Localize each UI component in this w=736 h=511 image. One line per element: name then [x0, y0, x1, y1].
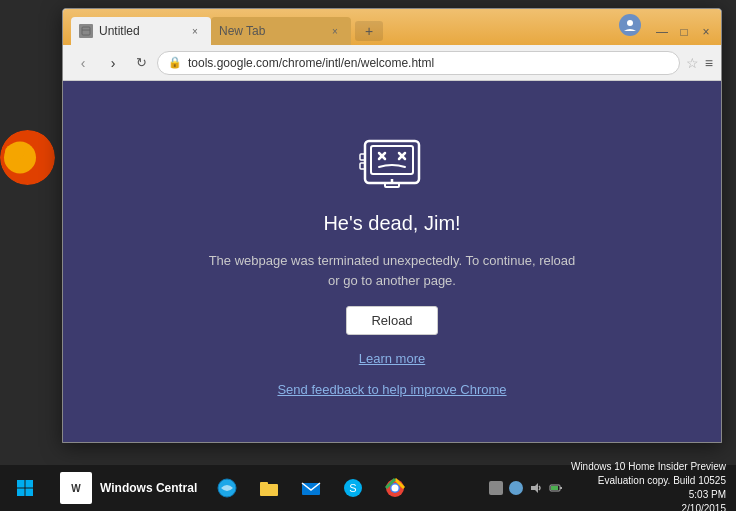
tab-newtab[interactable]: New Tab × — [211, 17, 351, 45]
new-tab-button[interactable]: + — [355, 21, 383, 41]
taskbar-app-skype[interactable]: S — [333, 468, 373, 508]
tab-close-untitled[interactable]: × — [187, 23, 203, 39]
tray-icon-1 — [489, 481, 503, 495]
taskbar-app-chrome[interactable] — [375, 468, 415, 508]
taskbar-right: Windows 10 Home Insider Preview Evaluati… — [489, 460, 736, 511]
browser-toolbar: ‹ › ↻ 🔒 tools.google.com/chrome/intl/en/… — [63, 45, 721, 81]
svg-rect-17 — [26, 480, 34, 488]
desktop: Untitled × New Tab × + — □ × ‹ — [0, 0, 736, 511]
tab-title-untitled: Untitled — [99, 24, 181, 38]
taskbar-system-info: Windows 10 Home Insider Preview Evaluati… — [571, 460, 726, 511]
address-lock-icon: 🔒 — [168, 56, 182, 69]
taskbar-app-mail[interactable] — [291, 468, 331, 508]
taskbar-apps: S — [207, 465, 489, 511]
brand-label: Windows Central — [100, 481, 197, 495]
tray-icon-network — [509, 481, 523, 495]
svg-rect-15 — [360, 163, 365, 169]
taskbar-app-ie[interactable] — [207, 468, 247, 508]
svg-rect-16 — [17, 480, 25, 488]
back-icon: ‹ — [81, 55, 86, 71]
taskbar: W Windows Central — [0, 465, 736, 511]
star-icon: ☆ — [686, 55, 699, 71]
maximize-button[interactable]: □ — [677, 25, 691, 39]
forward-icon: › — [111, 55, 116, 71]
taskbar-app-folder[interactable] — [249, 468, 289, 508]
tray-icon-volume — [529, 481, 543, 495]
taskbar-brand[interactable]: W Windows Central — [50, 472, 207, 504]
system-info-line1: Windows 10 Home Insider Preview — [571, 460, 726, 474]
bookmark-star-button[interactable]: ☆ — [686, 55, 699, 71]
svg-rect-32 — [560, 487, 562, 489]
svg-rect-12 — [385, 183, 399, 187]
taskbar-date: 2/10/2015 — [571, 502, 726, 511]
svg-text:S: S — [350, 482, 357, 494]
brand-logo: W — [60, 472, 92, 504]
tab-untitled[interactable]: Untitled × — [71, 17, 211, 45]
svg-rect-14 — [360, 154, 365, 160]
error-description: The webpage was terminated unexpectedly.… — [202, 251, 582, 290]
desktop-logo — [0, 130, 55, 185]
browser-window: Untitled × New Tab × + — □ × ‹ — [62, 8, 722, 443]
reload-button[interactable]: Reload — [346, 306, 437, 335]
system-info-line2: Evaluation copy. Build 10525 — [571, 474, 726, 488]
window-controls: — □ × — [655, 25, 713, 45]
svg-rect-31 — [551, 486, 558, 490]
menu-button[interactable]: ≡ — [705, 55, 713, 71]
svg-point-28 — [392, 485, 399, 492]
dead-face-illustration — [357, 126, 427, 196]
taskbar-time: 5:03 PM — [571, 488, 726, 502]
tab-title-newtab: New Tab — [219, 24, 321, 38]
start-button[interactable] — [0, 465, 50, 511]
svg-rect-7 — [371, 146, 413, 174]
minimize-button[interactable]: — — [655, 25, 669, 39]
svg-rect-22 — [260, 482, 268, 486]
close-button[interactable]: × — [699, 25, 713, 39]
hamburger-icon: ≡ — [705, 55, 713, 71]
error-page: He's dead, Jim! The webpage was terminat… — [63, 81, 721, 442]
svg-rect-18 — [17, 489, 25, 497]
tray-icon-battery — [549, 481, 563, 495]
system-tray-icons — [489, 481, 563, 495]
tab-close-newtab[interactable]: × — [327, 23, 343, 39]
svg-rect-19 — [26, 489, 34, 497]
address-bar-url: tools.google.com/chrome/intl/en/welcome.… — [188, 56, 669, 70]
browser-tabs: Untitled × New Tab × + — [71, 17, 655, 45]
svg-marker-29 — [531, 483, 538, 493]
svg-rect-6 — [365, 141, 419, 183]
profile-button[interactable] — [619, 14, 641, 36]
forward-button[interactable]: › — [101, 51, 125, 75]
error-title: He's dead, Jim! — [323, 212, 460, 235]
learn-more-link[interactable]: Learn more — [359, 351, 425, 366]
svg-rect-4 — [82, 27, 90, 35]
refresh-icon: ↻ — [136, 55, 147, 70]
svg-point-3 — [627, 20, 633, 26]
address-bar[interactable]: 🔒 tools.google.com/chrome/intl/en/welcom… — [157, 51, 680, 75]
feedback-link[interactable]: Send feedback to help improve Chrome — [277, 382, 506, 397]
tab-favicon-untitled — [79, 24, 93, 38]
refresh-button[interactable]: ↻ — [131, 53, 151, 73]
back-button[interactable]: ‹ — [71, 51, 95, 75]
browser-titlebar: Untitled × New Tab × + — □ × — [63, 9, 721, 45]
svg-point-2 — [5, 144, 25, 160]
